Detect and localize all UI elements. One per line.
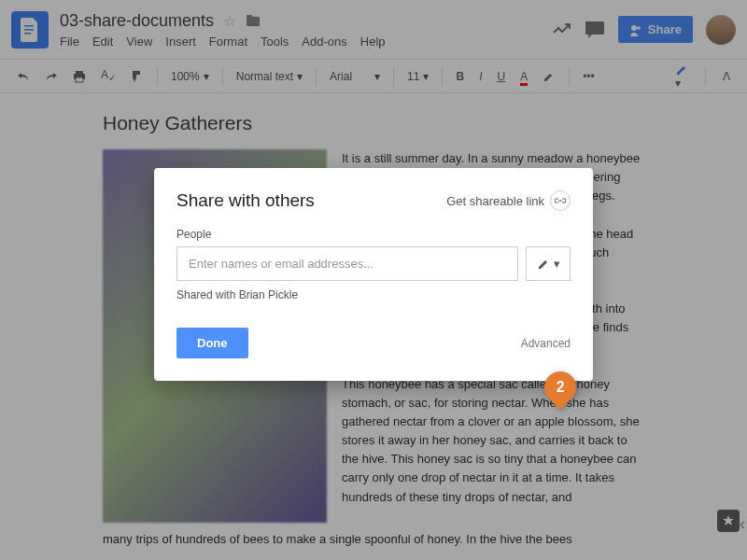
chevron-down-icon: ▾ [554, 257, 560, 271]
advanced-link[interactable]: Advanced [521, 337, 571, 350]
modal-overlay[interactable]: Share with others Get shareable link Peo… [0, 0, 747, 560]
tutorial-callout: 2 [544, 371, 576, 409]
permission-dropdown[interactable]: ▾ [526, 246, 571, 281]
share-dialog: Share with others Get shareable link Peo… [154, 168, 593, 381]
link-icon [550, 190, 571, 211]
get-shareable-link[interactable]: Get shareable link [446, 190, 571, 211]
dialog-title: Share with others [176, 190, 315, 211]
shared-with-text: Shared with Brian Pickle [176, 288, 571, 301]
callout-number: 2 [557, 379, 565, 396]
done-button[interactable]: Done [176, 328, 248, 358]
people-label: People [176, 228, 571, 241]
people-input[interactable] [176, 246, 518, 281]
